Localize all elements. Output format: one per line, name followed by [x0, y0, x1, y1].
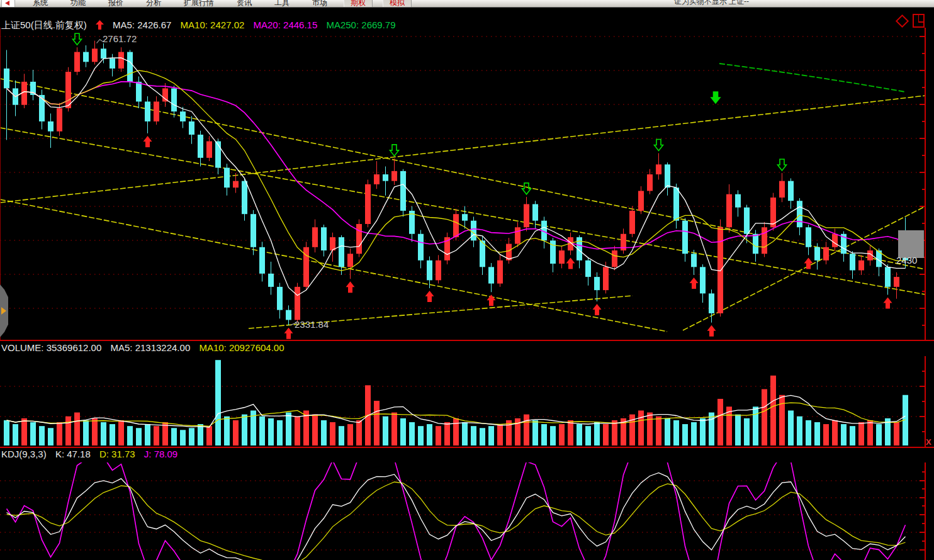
buy-arrow-icon: [566, 257, 575, 269]
buy-arrow-icon: [143, 136, 152, 147]
volume-label: VOLUME: 35369612.00: [1, 342, 101, 353]
menu-status-text: 证为实物不显示 上证--: [674, 0, 749, 7]
buy-arrow-icon: [884, 297, 892, 308]
ma250-line: [719, 64, 905, 92]
buy-arrow-icon: [593, 304, 602, 315]
last-price-label: 2430: [896, 255, 917, 266]
kdj-j-label: J: 78.09: [144, 449, 177, 459]
buy-arrow-icon: [425, 291, 434, 302]
axes: [0, 28, 934, 560]
menu-item-analysis[interactable]: 分析: [146, 0, 161, 8]
volume-ma5-label: MA5: 21313224.00: [110, 342, 190, 353]
menu-item-quotes[interactable]: 报价: [108, 0, 123, 8]
volume-close-button[interactable]: X: [926, 437, 931, 447]
sell-arrow-icon: [390, 145, 399, 156]
app-logo-icon[interactable]: [1, 0, 15, 8]
buy-arrow-icon: [707, 325, 716, 337]
sell-arrow-icon: [778, 159, 787, 171]
kdj-k-label: K: 47.18: [55, 449, 91, 459]
ma5-label: MA5: 2426.67: [113, 20, 171, 30]
gridlines: [0, 36, 925, 550]
chart-title: 上证50(日线.前复权): [1, 20, 87, 30]
selection-handle[interactable]: [898, 230, 924, 258]
kdj-title: KDJ(9,3,3): [1, 449, 47, 459]
volume-layer: [4, 360, 908, 445]
menu-item-options[interactable]: 期权: [344, 0, 373, 8]
buy-arrow-icon: [487, 294, 496, 306]
kdj-d-line: [7, 482, 906, 560]
menu-item-system[interactable]: 系统: [33, 0, 48, 8]
menu-item-tools[interactable]: 工具: [274, 0, 290, 8]
sell-arrow-icon: [711, 92, 720, 103]
buy-arrow-icon: [284, 328, 293, 339]
signal-markers: [73, 33, 892, 339]
menu-item-simulation[interactable]: 模拟: [383, 0, 412, 8]
main-chart-header: 上证50(日线.前复权) MA5: 2426.67 MA10: 2427.02 …: [1, 20, 402, 31]
ma20-label: MA20: 2446.15: [254, 20, 318, 30]
menu-bar: 系统 功能 报价 分析 扩展行情 资讯 工具 市场 期权 模拟 证为实物不显示 …: [0, 0, 934, 8]
sell-arrow-icon: [655, 139, 663, 150]
up-arrow-icon: [96, 20, 104, 31]
chart-canvas[interactable]: [0, 0, 934, 560]
window-restore-icon[interactable]: [913, 14, 925, 28]
menu-item-extended[interactable]: 扩展行情: [184, 0, 214, 8]
kdj-header: KDJ(9,3,3) K: 47.18 D: 31.73 J: 78.09: [1, 449, 184, 459]
trading-app-window: 系统 功能 报价 分析 扩展行情 资讯 工具 市场 期权 模拟 证为实物不显示 …: [0, 0, 934, 560]
low-price-label: 2331.84: [295, 319, 329, 330]
buy-arrow-icon: [690, 277, 699, 289]
high-price-label: 2761.72: [103, 33, 137, 44]
volume-header: VOLUME: 35369612.00 MA5: 21313224.00 MA1…: [1, 342, 291, 353]
ma10-label: MA10: 2427.02: [181, 20, 245, 30]
buy-arrow-icon: [346, 281, 355, 293]
volume-ma10-label: MA10: 20927604.00: [199, 342, 284, 353]
sell-arrow-icon: [73, 33, 82, 45]
kdj-d-label: D: 31.73: [99, 449, 135, 459]
menu-item-function[interactable]: 功能: [70, 0, 86, 8]
kdj-k-line: [7, 473, 906, 560]
sell-arrow-icon: [522, 183, 531, 194]
menu-item-news[interactable]: 资讯: [237, 0, 252, 8]
ma250-label: MA250: 2669.79: [326, 20, 395, 30]
menu-item-market[interactable]: 市场: [312, 0, 327, 8]
